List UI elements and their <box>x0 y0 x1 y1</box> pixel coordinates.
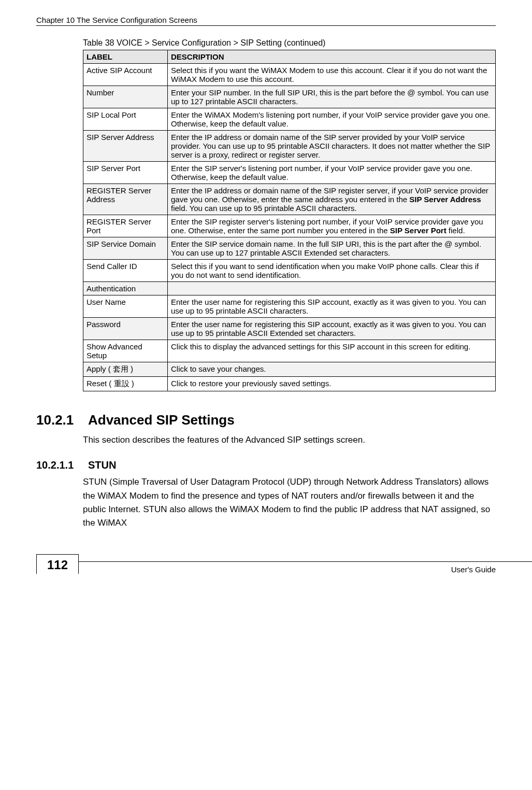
row-label: Password <box>83 318 168 340</box>
header-label: LABEL <box>83 50 168 64</box>
page-number: 112 <box>36 554 79 574</box>
section-number: 10.2.1 <box>36 412 79 428</box>
row-label: REGISTER Server Address <box>83 184 168 215</box>
subsection-body: STUN (Simple Traversal of User Datagram … <box>83 475 496 530</box>
row-description: Enter the user name for registering this… <box>168 318 496 340</box>
table-row: User NameEnter the user name for registe… <box>83 295 496 318</box>
row-label: Authentication <box>83 282 168 295</box>
header-description: DESCRIPTION <box>168 50 496 64</box>
row-description: Select this if you want the WiMAX Modem … <box>168 64 496 86</box>
table-row: SIP Server PortEnter the SIP server's li… <box>83 162 496 184</box>
subsection-title: STUN <box>88 459 116 471</box>
row-description: Enter the WiMAX Modem's listening port n… <box>168 108 496 131</box>
table-row: Authentication <box>83 282 496 295</box>
section-body: This section describes the features of t… <box>83 433 496 447</box>
table-row: Reset ( 重設 )Click to restore your previo… <box>83 377 496 391</box>
row-description: Enter the IP address or domain name of t… <box>168 184 496 215</box>
subsection-number: 10.2.1.1 <box>36 459 79 471</box>
row-label: Send Caller ID <box>83 260 168 282</box>
row-label: SIP Server Port <box>83 162 168 184</box>
ref-table: LABEL DESCRIPTION Active SIP AccountSele… <box>83 50 496 391</box>
row-description: Click to save your changes. <box>168 362 496 377</box>
section-title: Advanced SIP Settings <box>88 412 235 428</box>
table-row: Active SIP AccountSelect this if you wan… <box>83 64 496 86</box>
row-label: User Name <box>83 295 168 318</box>
table-row: Send Caller IDSelect this if you want to… <box>83 260 496 282</box>
row-description <box>168 282 496 295</box>
table-row: SIP Service DomainEnter the SIP service … <box>83 237 496 260</box>
row-label: REGISTER Server Port <box>83 215 168 237</box>
top-rule <box>36 25 496 26</box>
row-description: Click to restore your previously saved s… <box>168 377 496 391</box>
table-row: Show Advanced SetupClick this to display… <box>83 340 496 362</box>
footer: 112 User's Guide <box>0 561 532 574</box>
table-row: REGISTER Server AddressEnter the IP addr… <box>83 184 496 215</box>
chapter-title: Chapter 10 The Service Configuration Scr… <box>36 16 496 24</box>
row-label: Apply ( 套用 ) <box>83 362 168 377</box>
row-label: SIP Local Port <box>83 108 168 131</box>
row-description: Enter the IP address or domain name of t… <box>168 131 496 162</box>
row-label: Active SIP Account <box>83 64 168 86</box>
row-description: Enter the SIP register server's listenin… <box>168 215 496 237</box>
row-label: Reset ( 重設 ) <box>83 377 168 391</box>
row-description: Enter your SIP number. In the full SIP U… <box>168 86 496 108</box>
row-description: Enter the SIP service domain name. In th… <box>168 237 496 260</box>
table-caption: Table 38 VOICE > Service Configuration >… <box>83 38 496 48</box>
table-row: PasswordEnter the user name for register… <box>83 318 496 340</box>
table-row: SIP Server AddressEnter the IP address o… <box>83 131 496 162</box>
row-label: Show Advanced Setup <box>83 340 168 362</box>
table-row: SIP Local PortEnter the WiMAX Modem's li… <box>83 108 496 131</box>
table-row: Apply ( 套用 )Click to save your changes. <box>83 362 496 377</box>
row-description: Click this to display the advanced setti… <box>168 340 496 362</box>
row-description: Select this if you want to send identifi… <box>168 260 496 282</box>
table-row: REGISTER Server PortEnter the SIP regist… <box>83 215 496 237</box>
row-description: Enter the SIP server's listening port nu… <box>168 162 496 184</box>
row-label: SIP Server Address <box>83 131 168 162</box>
table-row: NumberEnter your SIP number. In the full… <box>83 86 496 108</box>
row-label: Number <box>83 86 168 108</box>
footer-rule <box>78 561 532 562</box>
row-label: SIP Service Domain <box>83 237 168 260</box>
row-description: Enter the user name for registering this… <box>168 295 496 318</box>
